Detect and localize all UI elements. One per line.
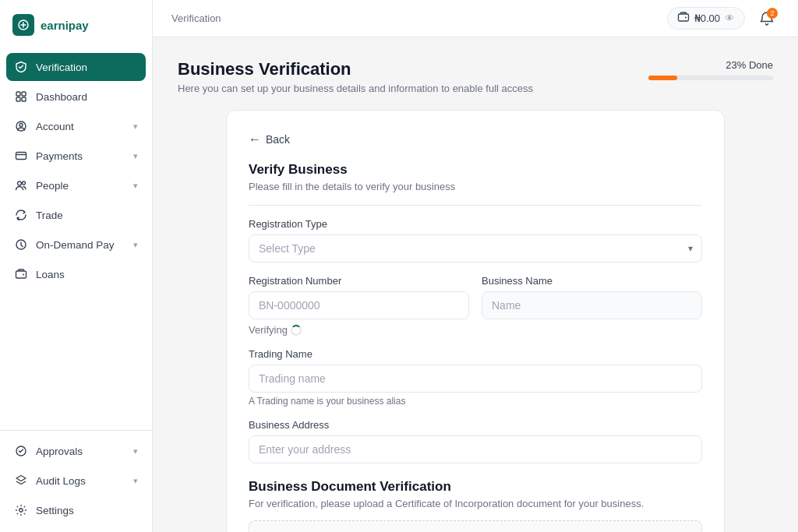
doc-verification-section: Business Document Verification For verif… xyxy=(249,479,702,532)
balance-pill[interactable]: ₦0.00 👁 xyxy=(667,7,745,30)
registration-number-input[interactable] xyxy=(249,291,469,319)
svg-rect-1 xyxy=(16,92,20,96)
logo-text: earnipay xyxy=(41,19,89,32)
svg-rect-11 xyxy=(16,271,26,278)
topbar: Verification ₦0.00 👁 2 xyxy=(153,0,798,37)
registration-number-group: Registration Number Verifying xyxy=(249,275,469,336)
sidebar-item-trade-label: Trade xyxy=(36,210,138,221)
registration-type-group: Registration Type Select Type Business N… xyxy=(249,218,702,262)
registration-type-select[interactable]: Select Type Business Name (BN) Registere… xyxy=(249,234,702,262)
back-button[interactable]: ← Back xyxy=(249,132,702,146)
registration-number-label: Registration Number xyxy=(249,275,469,287)
sidebar-nav: Verification Dashboard Account ▾ Payment… xyxy=(0,50,152,430)
back-arrow-icon: ← xyxy=(249,132,261,146)
sidebar-item-people[interactable]: People ▾ xyxy=(6,171,146,199)
svg-point-14 xyxy=(19,509,23,512)
chevron-down-icon: ▾ xyxy=(133,240,138,250)
sidebar-item-verification-label: Verification xyxy=(36,62,138,73)
business-address-group: Business Address xyxy=(249,419,702,463)
progress-section: 23% Done xyxy=(648,59,773,80)
wallet-icon xyxy=(14,267,28,281)
back-label: Back xyxy=(266,133,290,146)
main-area: Verification ₦0.00 👁 2 Business Verifica… xyxy=(153,0,798,532)
svg-rect-2 xyxy=(22,92,26,96)
doc-section-subtitle: For verification, please upload a Certif… xyxy=(249,498,702,509)
page-header: Business Verification Here you can set u… xyxy=(178,59,773,94)
sidebar-item-approvals[interactable]: Approvals ▾ xyxy=(6,437,146,465)
page-subtitle: Here you can set up your business detail… xyxy=(178,83,533,94)
verify-business-subtitle: Please fill in the details to verify you… xyxy=(249,181,702,192)
sidebar-item-payments-label: Payments xyxy=(36,150,125,162)
content-area: Business Verification Here you can set u… xyxy=(153,37,798,532)
verifying-label: Verifying xyxy=(249,324,288,336)
users-icon xyxy=(14,178,28,192)
reg-number-business-row: Registration Number Verifying Business N… xyxy=(249,275,702,348)
svg-rect-3 xyxy=(16,97,20,101)
refresh-icon xyxy=(14,208,28,222)
doc-section-title: Business Document Verification xyxy=(249,479,702,495)
logo: earnipay xyxy=(0,0,152,50)
layers-icon xyxy=(14,474,28,488)
sidebar: earnipay Verification Dashboard Account … xyxy=(0,0,153,532)
sidebar-item-dashboard-label: Dashboard xyxy=(36,91,138,103)
sidebar-bottom: Approvals ▾ Audit Logs ▾ Settings xyxy=(0,430,152,532)
svg-point-8 xyxy=(18,181,22,185)
trading-name-input[interactable] xyxy=(249,365,702,393)
sidebar-item-loans-label: Loans xyxy=(36,269,138,280)
registration-type-select-wrapper: Select Type Business Name (BN) Registere… xyxy=(249,234,702,262)
sidebar-item-loans[interactable]: Loans xyxy=(6,260,146,288)
business-name-label: Business Name xyxy=(482,275,702,287)
svg-rect-4 xyxy=(22,97,26,101)
sidebar-item-account-label: Account xyxy=(36,121,125,132)
notification-badge: 2 xyxy=(767,8,778,19)
trading-name-group: Trading Name A Trading name is your busi… xyxy=(249,348,702,407)
trading-name-label: Trading Name xyxy=(249,348,702,360)
sidebar-item-dashboard[interactable]: Dashboard xyxy=(6,83,146,111)
svg-point-12 xyxy=(23,274,24,276)
sidebar-item-verification[interactable]: Verification xyxy=(6,53,146,81)
trading-name-hint: A Trading name is your business alias xyxy=(249,396,702,407)
chevron-down-icon: ▾ xyxy=(133,476,138,486)
verification-card: ← Back Verify Business Please fill in th… xyxy=(226,110,725,532)
chevron-down-icon: ▾ xyxy=(133,151,138,161)
topbar-right: ₦0.00 👁 2 xyxy=(667,6,779,31)
chevron-down-icon: ▾ xyxy=(133,446,138,456)
clock-icon xyxy=(14,238,28,252)
notification-button[interactable]: 2 xyxy=(754,6,779,31)
breadcrumb: Verification xyxy=(171,12,221,24)
sidebar-item-trade[interactable]: Trade xyxy=(6,201,146,229)
wallet-icon xyxy=(677,11,690,26)
business-name-group: Business Name xyxy=(482,275,702,336)
sidebar-item-on-demand-pay[interactable]: On-Demand Pay ▾ xyxy=(6,231,146,259)
sidebar-item-settings-label: Settings xyxy=(36,505,138,516)
svg-rect-7 xyxy=(16,153,26,160)
check-circle-icon xyxy=(14,444,28,458)
chevron-down-icon: ▾ xyxy=(133,122,138,132)
divider xyxy=(249,205,702,206)
svg-point-16 xyxy=(685,17,687,19)
business-address-input[interactable] xyxy=(249,435,702,463)
chevron-down-icon: ▾ xyxy=(133,181,138,191)
shield-icon xyxy=(14,60,28,74)
sidebar-item-settings[interactable]: Settings xyxy=(6,496,146,524)
sidebar-item-approvals-label: Approvals xyxy=(36,446,125,457)
business-name-input[interactable] xyxy=(482,291,702,319)
logo-icon xyxy=(12,14,34,36)
sidebar-item-audit-logs[interactable]: Audit Logs ▾ xyxy=(6,467,146,495)
svg-rect-15 xyxy=(678,14,688,21)
verifying-status: Verifying xyxy=(249,324,469,336)
svg-point-9 xyxy=(23,181,26,185)
gear-icon xyxy=(14,503,28,517)
upload-area[interactable]: Click to upload or drag and drop xyxy=(249,520,702,532)
sidebar-item-on-demand-pay-label: On-Demand Pay xyxy=(36,239,125,251)
sidebar-item-payments[interactable]: Payments ▾ xyxy=(6,142,146,170)
grid-icon xyxy=(14,90,28,104)
verify-business-title: Verify Business xyxy=(249,162,702,178)
progress-bar-background xyxy=(648,76,773,80)
card-icon xyxy=(14,149,28,163)
sidebar-item-audit-logs-label: Audit Logs xyxy=(36,475,125,487)
user-circle-icon xyxy=(14,119,28,133)
sidebar-item-account[interactable]: Account ▾ xyxy=(6,112,146,140)
business-address-label: Business Address xyxy=(249,419,702,431)
sidebar-item-people-label: People xyxy=(36,180,125,192)
